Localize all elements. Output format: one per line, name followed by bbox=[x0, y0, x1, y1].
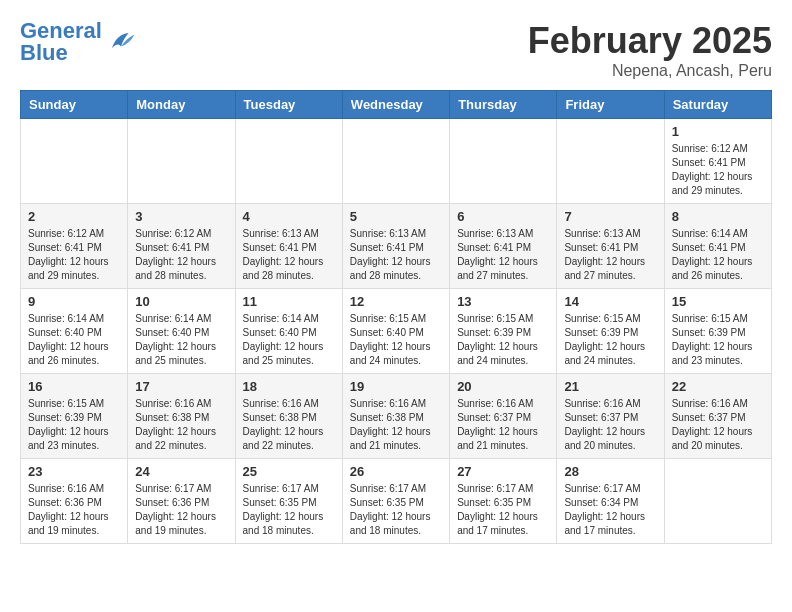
day-number: 1 bbox=[672, 124, 764, 139]
table-row: 28Sunrise: 6:17 AM Sunset: 6:34 PM Dayli… bbox=[557, 459, 664, 544]
table-row: 7Sunrise: 6:13 AM Sunset: 6:41 PM Daylig… bbox=[557, 204, 664, 289]
day-number: 2 bbox=[28, 209, 120, 224]
col-sunday: Sunday bbox=[21, 91, 128, 119]
table-row: 18Sunrise: 6:16 AM Sunset: 6:38 PM Dayli… bbox=[235, 374, 342, 459]
day-number: 17 bbox=[135, 379, 227, 394]
table-row bbox=[128, 119, 235, 204]
table-row: 4Sunrise: 6:13 AM Sunset: 6:41 PM Daylig… bbox=[235, 204, 342, 289]
table-row: 27Sunrise: 6:17 AM Sunset: 6:35 PM Dayli… bbox=[450, 459, 557, 544]
logo-blue: Blue bbox=[20, 40, 68, 65]
table-row: 22Sunrise: 6:16 AM Sunset: 6:37 PM Dayli… bbox=[664, 374, 771, 459]
day-info: Sunrise: 6:13 AM Sunset: 6:41 PM Dayligh… bbox=[350, 227, 442, 283]
table-row: 1Sunrise: 6:12 AM Sunset: 6:41 PM Daylig… bbox=[664, 119, 771, 204]
calendar-header-row: Sunday Monday Tuesday Wednesday Thursday… bbox=[21, 91, 772, 119]
day-info: Sunrise: 6:17 AM Sunset: 6:35 PM Dayligh… bbox=[457, 482, 549, 538]
day-number: 14 bbox=[564, 294, 656, 309]
day-number: 4 bbox=[243, 209, 335, 224]
table-row: 11Sunrise: 6:14 AM Sunset: 6:40 PM Dayli… bbox=[235, 289, 342, 374]
day-number: 20 bbox=[457, 379, 549, 394]
day-number: 23 bbox=[28, 464, 120, 479]
table-row: 12Sunrise: 6:15 AM Sunset: 6:40 PM Dayli… bbox=[342, 289, 449, 374]
calendar-week-1: 1Sunrise: 6:12 AM Sunset: 6:41 PM Daylig… bbox=[21, 119, 772, 204]
table-row: 10Sunrise: 6:14 AM Sunset: 6:40 PM Dayli… bbox=[128, 289, 235, 374]
day-number: 6 bbox=[457, 209, 549, 224]
table-row bbox=[235, 119, 342, 204]
day-number: 16 bbox=[28, 379, 120, 394]
calendar-week-5: 23Sunrise: 6:16 AM Sunset: 6:36 PM Dayli… bbox=[21, 459, 772, 544]
day-info: Sunrise: 6:15 AM Sunset: 6:39 PM Dayligh… bbox=[564, 312, 656, 368]
day-number: 22 bbox=[672, 379, 764, 394]
day-info: Sunrise: 6:13 AM Sunset: 6:41 PM Dayligh… bbox=[243, 227, 335, 283]
day-info: Sunrise: 6:14 AM Sunset: 6:40 PM Dayligh… bbox=[243, 312, 335, 368]
col-wednesday: Wednesday bbox=[342, 91, 449, 119]
day-info: Sunrise: 6:17 AM Sunset: 6:35 PM Dayligh… bbox=[243, 482, 335, 538]
day-number: 19 bbox=[350, 379, 442, 394]
table-row bbox=[21, 119, 128, 204]
table-row: 26Sunrise: 6:17 AM Sunset: 6:35 PM Dayli… bbox=[342, 459, 449, 544]
day-info: Sunrise: 6:12 AM Sunset: 6:41 PM Dayligh… bbox=[672, 142, 764, 198]
day-number: 26 bbox=[350, 464, 442, 479]
calendar-week-4: 16Sunrise: 6:15 AM Sunset: 6:39 PM Dayli… bbox=[21, 374, 772, 459]
day-info: Sunrise: 6:13 AM Sunset: 6:41 PM Dayligh… bbox=[564, 227, 656, 283]
table-row: 21Sunrise: 6:16 AM Sunset: 6:37 PM Dayli… bbox=[557, 374, 664, 459]
day-info: Sunrise: 6:17 AM Sunset: 6:36 PM Dayligh… bbox=[135, 482, 227, 538]
day-number: 18 bbox=[243, 379, 335, 394]
day-info: Sunrise: 6:16 AM Sunset: 6:36 PM Dayligh… bbox=[28, 482, 120, 538]
table-row bbox=[342, 119, 449, 204]
day-info: Sunrise: 6:16 AM Sunset: 6:37 PM Dayligh… bbox=[672, 397, 764, 453]
day-info: Sunrise: 6:15 AM Sunset: 6:39 PM Dayligh… bbox=[457, 312, 549, 368]
table-row: 14Sunrise: 6:15 AM Sunset: 6:39 PM Dayli… bbox=[557, 289, 664, 374]
table-row: 24Sunrise: 6:17 AM Sunset: 6:36 PM Dayli… bbox=[128, 459, 235, 544]
day-info: Sunrise: 6:15 AM Sunset: 6:39 PM Dayligh… bbox=[672, 312, 764, 368]
day-info: Sunrise: 6:15 AM Sunset: 6:39 PM Dayligh… bbox=[28, 397, 120, 453]
col-saturday: Saturday bbox=[664, 91, 771, 119]
col-monday: Monday bbox=[128, 91, 235, 119]
day-number: 27 bbox=[457, 464, 549, 479]
day-info: Sunrise: 6:17 AM Sunset: 6:34 PM Dayligh… bbox=[564, 482, 656, 538]
table-row: 3Sunrise: 6:12 AM Sunset: 6:41 PM Daylig… bbox=[128, 204, 235, 289]
day-number: 11 bbox=[243, 294, 335, 309]
table-row bbox=[557, 119, 664, 204]
day-number: 21 bbox=[564, 379, 656, 394]
logo-text: General Blue bbox=[20, 20, 102, 64]
calendar-table: Sunday Monday Tuesday Wednesday Thursday… bbox=[20, 90, 772, 544]
day-number: 13 bbox=[457, 294, 549, 309]
table-row: 25Sunrise: 6:17 AM Sunset: 6:35 PM Dayli… bbox=[235, 459, 342, 544]
day-number: 5 bbox=[350, 209, 442, 224]
calendar-week-3: 9Sunrise: 6:14 AM Sunset: 6:40 PM Daylig… bbox=[21, 289, 772, 374]
day-info: Sunrise: 6:16 AM Sunset: 6:38 PM Dayligh… bbox=[135, 397, 227, 453]
table-row: 16Sunrise: 6:15 AM Sunset: 6:39 PM Dayli… bbox=[21, 374, 128, 459]
day-number: 28 bbox=[564, 464, 656, 479]
subtitle: Nepena, Ancash, Peru bbox=[528, 62, 772, 80]
day-number: 12 bbox=[350, 294, 442, 309]
day-number: 8 bbox=[672, 209, 764, 224]
table-row: 5Sunrise: 6:13 AM Sunset: 6:41 PM Daylig… bbox=[342, 204, 449, 289]
table-row: 20Sunrise: 6:16 AM Sunset: 6:37 PM Dayli… bbox=[450, 374, 557, 459]
day-info: Sunrise: 6:12 AM Sunset: 6:41 PM Dayligh… bbox=[28, 227, 120, 283]
month-title: February 2025 bbox=[528, 20, 772, 62]
day-info: Sunrise: 6:12 AM Sunset: 6:41 PM Dayligh… bbox=[135, 227, 227, 283]
day-number: 7 bbox=[564, 209, 656, 224]
day-info: Sunrise: 6:14 AM Sunset: 6:40 PM Dayligh… bbox=[28, 312, 120, 368]
page-header: General Blue February 2025 Nepena, Ancas… bbox=[20, 20, 772, 80]
day-info: Sunrise: 6:14 AM Sunset: 6:41 PM Dayligh… bbox=[672, 227, 764, 283]
day-number: 10 bbox=[135, 294, 227, 309]
table-row bbox=[664, 459, 771, 544]
day-number: 9 bbox=[28, 294, 120, 309]
day-info: Sunrise: 6:16 AM Sunset: 6:37 PM Dayligh… bbox=[564, 397, 656, 453]
day-number: 15 bbox=[672, 294, 764, 309]
day-number: 3 bbox=[135, 209, 227, 224]
day-info: Sunrise: 6:14 AM Sunset: 6:40 PM Dayligh… bbox=[135, 312, 227, 368]
day-info: Sunrise: 6:16 AM Sunset: 6:38 PM Dayligh… bbox=[350, 397, 442, 453]
calendar-week-2: 2Sunrise: 6:12 AM Sunset: 6:41 PM Daylig… bbox=[21, 204, 772, 289]
table-row: 6Sunrise: 6:13 AM Sunset: 6:41 PM Daylig… bbox=[450, 204, 557, 289]
title-block: February 2025 Nepena, Ancash, Peru bbox=[528, 20, 772, 80]
day-info: Sunrise: 6:13 AM Sunset: 6:41 PM Dayligh… bbox=[457, 227, 549, 283]
table-row bbox=[450, 119, 557, 204]
logo-bird-icon bbox=[106, 27, 136, 57]
col-thursday: Thursday bbox=[450, 91, 557, 119]
table-row: 9Sunrise: 6:14 AM Sunset: 6:40 PM Daylig… bbox=[21, 289, 128, 374]
logo: General Blue bbox=[20, 20, 136, 64]
table-row: 17Sunrise: 6:16 AM Sunset: 6:38 PM Dayli… bbox=[128, 374, 235, 459]
table-row: 15Sunrise: 6:15 AM Sunset: 6:39 PM Dayli… bbox=[664, 289, 771, 374]
